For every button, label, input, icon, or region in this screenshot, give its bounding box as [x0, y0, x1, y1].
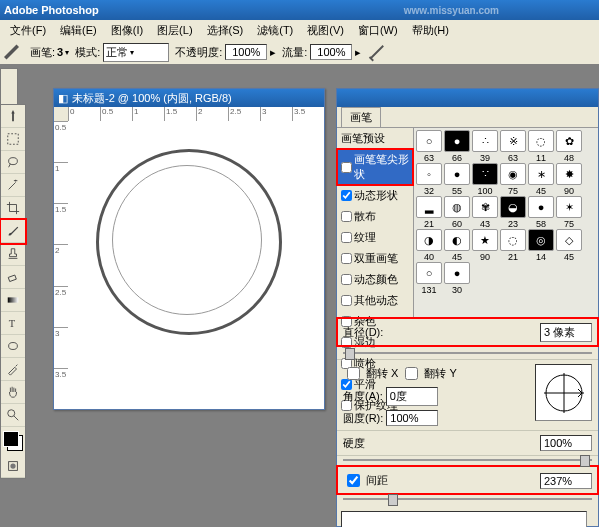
- brush-tip[interactable]: ∴: [472, 130, 498, 152]
- brush-option-checkbox[interactable]: [341, 162, 352, 173]
- brush-option-label[interactable]: 散布: [354, 209, 376, 224]
- tool-eyedropper[interactable]: [1, 358, 25, 381]
- brush-option-row[interactable]: 动态颜色: [337, 269, 413, 290]
- tool-marquee[interactable]: [1, 128, 25, 151]
- brush-option-row[interactable]: 动态形状: [337, 185, 413, 206]
- brush-option-label[interactable]: 画笔预设: [341, 131, 385, 146]
- brush-tip[interactable]: ∗: [528, 163, 554, 185]
- tool-stamp[interactable]: [1, 243, 25, 266]
- menu-layer[interactable]: 图层(L): [151, 21, 198, 40]
- brush-option-checkbox[interactable]: [341, 211, 352, 222]
- brush-tip[interactable]: ◌: [528, 130, 554, 152]
- brush-option-checkbox[interactable]: [341, 190, 352, 201]
- brush-tip[interactable]: ●: [444, 130, 470, 152]
- menu-file[interactable]: 文件(F): [4, 21, 52, 40]
- tool-zoom[interactable]: [1, 404, 25, 427]
- brush-tip[interactable]: ∵: [472, 163, 498, 185]
- tool-gradient[interactable]: [1, 289, 25, 312]
- brush-tip[interactable]: ◎: [528, 229, 554, 251]
- opacity-input[interactable]: 100%: [225, 44, 267, 60]
- canvas[interactable]: [68, 121, 324, 409]
- tool-brush[interactable]: [1, 220, 25, 243]
- brush-tip[interactable]: ✶: [556, 196, 582, 218]
- menu-window[interactable]: 窗口(W): [352, 21, 404, 40]
- mode-select[interactable]: 正常: [103, 43, 169, 62]
- color-swatch[interactable]: [3, 431, 23, 451]
- tool-crop[interactable]: [1, 197, 25, 220]
- brush-tip[interactable]: ★: [472, 229, 498, 251]
- brush-tip[interactable]: ◒: [500, 196, 526, 218]
- menu-image[interactable]: 图像(I): [105, 21, 149, 40]
- brush-tip[interactable]: ※: [500, 130, 526, 152]
- tool-shape[interactable]: [1, 335, 25, 358]
- spacing-slider[interactable]: [343, 495, 592, 503]
- brush-option-checkbox[interactable]: [341, 295, 352, 306]
- diameter-input[interactable]: 3 像素: [540, 323, 592, 342]
- angle-input[interactable]: 0度: [386, 387, 438, 406]
- brush-option-label[interactable]: 其他动态: [354, 293, 398, 308]
- tool-preset-icon[interactable]: [4, 42, 24, 62]
- brush-tip[interactable]: ◐: [444, 229, 470, 251]
- brush-tip-size: 40: [416, 252, 442, 262]
- menu-help[interactable]: 帮助(H): [406, 21, 455, 40]
- hardness-slider[interactable]: [343, 456, 592, 464]
- brush-tip[interactable]: ◉: [500, 163, 526, 185]
- hardness-input[interactable]: 100%: [540, 435, 592, 451]
- brush-option-row[interactable]: 画笔预设: [337, 128, 413, 149]
- brush-option-row[interactable]: 双重画笔: [337, 248, 413, 269]
- opacity-dropdown-icon[interactable]: ▸: [270, 46, 276, 59]
- brush-tip[interactable]: ◍: [444, 196, 470, 218]
- document-titlebar[interactable]: ◧ 未标题-2 @ 100% (内圆, RGB/8): [54, 89, 324, 107]
- airbrush-icon[interactable]: [367, 42, 387, 62]
- roundness-input[interactable]: 100%: [386, 410, 438, 426]
- brush-tip[interactable]: ●: [528, 196, 554, 218]
- menu-filter[interactable]: 滤镜(T): [251, 21, 299, 40]
- brush-option-label[interactable]: 纹理: [354, 230, 376, 245]
- brush-option-label[interactable]: 动态形状: [354, 188, 398, 203]
- tab-brush[interactable]: 画笔: [341, 107, 381, 127]
- brush-tip[interactable]: ✿: [556, 130, 582, 152]
- brush-tip[interactable]: ▂: [416, 196, 442, 218]
- menu-edit[interactable]: 编辑(E): [54, 21, 103, 40]
- panel-titlebar[interactable]: [337, 89, 598, 107]
- brush-tip[interactable]: ●: [444, 262, 470, 284]
- brush-option-checkbox[interactable]: [341, 253, 352, 264]
- brush-option-row[interactable]: 散布: [337, 206, 413, 227]
- tool-move[interactable]: [1, 105, 25, 128]
- flip-y-checkbox[interactable]: [405, 367, 418, 380]
- diameter-slider[interactable]: [343, 349, 592, 357]
- menu-select[interactable]: 选择(S): [201, 21, 250, 40]
- brush-tip[interactable]: ◑: [416, 229, 442, 251]
- brush-tip[interactable]: ◦: [416, 163, 442, 185]
- brush-tip[interactable]: ●: [444, 163, 470, 185]
- brush-option-label[interactable]: 双重画笔: [354, 251, 398, 266]
- brush-tip[interactable]: ◌: [500, 229, 526, 251]
- tool-eraser[interactable]: [1, 266, 25, 289]
- brush-option-row[interactable]: 纹理: [337, 227, 413, 248]
- brush-tip[interactable]: ✾: [472, 196, 498, 218]
- brush-picker[interactable]: 画笔: 3: [30, 45, 69, 60]
- tool-hand[interactable]: [1, 381, 25, 404]
- brush-option-row[interactable]: 其他动态: [337, 290, 413, 311]
- brush-tip[interactable]: ◇: [556, 229, 582, 251]
- flow-dropdown-icon[interactable]: ▸: [355, 46, 361, 59]
- brush-tip[interactable]: ○: [416, 262, 442, 284]
- brush-tip[interactable]: ✸: [556, 163, 582, 185]
- quickmask-toggle[interactable]: [1, 455, 25, 478]
- brush-tip[interactable]: ○: [416, 130, 442, 152]
- brush-option-checkbox[interactable]: [341, 274, 352, 285]
- tool-wand[interactable]: [1, 174, 25, 197]
- menu-view[interactable]: 视图(V): [301, 21, 350, 40]
- brush-tip-size: 21: [500, 252, 526, 262]
- spacing-checkbox[interactable]: [347, 474, 360, 487]
- brush-option-row[interactable]: 画笔笔尖形状: [337, 149, 413, 185]
- brush-shape-preview[interactable]: [535, 364, 592, 421]
- flip-x-checkbox[interactable]: [347, 367, 360, 380]
- brush-option-checkbox[interactable]: [341, 232, 352, 243]
- brush-option-label[interactable]: 动态颜色: [354, 272, 398, 287]
- tool-lasso[interactable]: [1, 151, 25, 174]
- spacing-input[interactable]: 237%: [540, 473, 592, 489]
- brush-option-label[interactable]: 画笔笔尖形状: [354, 152, 409, 182]
- tool-type[interactable]: T: [1, 312, 25, 335]
- flow-input[interactable]: 100%: [310, 44, 352, 60]
